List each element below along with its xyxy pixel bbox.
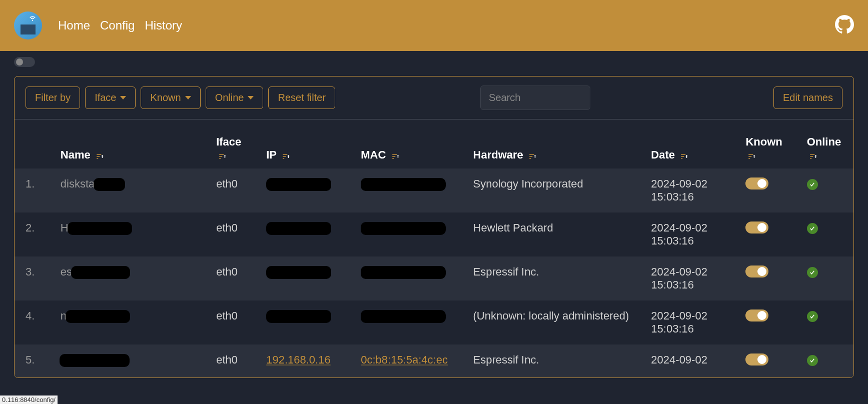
table-row: 2.Heth0Hewlett Packard2024-09-0215:03:16	[15, 212, 853, 256]
mac-link[interactable]	[361, 178, 446, 190]
filter-online-label: Online	[215, 92, 244, 104]
table-row: 5.eth0192.168.0.160c:b8:15:5a:4c:ecEspre…	[15, 344, 853, 378]
row-ip	[259, 300, 354, 344]
row-num: 5.	[15, 344, 54, 378]
caret-down-icon	[248, 96, 254, 100]
wifi-icon	[29, 14, 36, 23]
top-toggle[interactable]	[14, 57, 35, 67]
row-iface: eth0	[209, 344, 259, 378]
search-input[interactable]	[480, 86, 590, 110]
reset-filter-button[interactable]: Reset filter	[268, 86, 335, 109]
mac-link[interactable]	[361, 266, 446, 278]
filter-online-dropdown[interactable]: Online	[206, 86, 264, 109]
col-iface[interactable]: Iface	[209, 120, 259, 168]
col-date[interactable]: Date	[644, 120, 738, 168]
hosts-table: Name Iface IP	[15, 120, 853, 378]
row-num: 1.	[15, 168, 54, 212]
known-toggle[interactable]	[745, 354, 768, 366]
row-date: 2024-09-0215:03:16	[644, 256, 738, 300]
row-ip	[259, 168, 354, 212]
sort-icon	[747, 151, 756, 160]
row-mac	[354, 256, 466, 300]
table-row: 3.eseth0Espressif Inc.2024-09-0215:03:16	[15, 256, 853, 300]
row-date: 2024-09-02	[644, 344, 738, 378]
table-wrap[interactable]: Name Iface IP	[15, 120, 853, 378]
filter-known-label: Known	[150, 92, 181, 104]
app-header: Home Config History	[0, 0, 868, 51]
nav-history[interactable]: History	[145, 18, 182, 32]
known-toggle[interactable]	[745, 266, 768, 278]
ip-link[interactable]: 192.168.0.16	[266, 354, 330, 366]
row-name: disksta	[54, 168, 209, 212]
nav-home[interactable]: Home	[58, 18, 90, 32]
row-num: 4.	[15, 300, 54, 344]
sort-icon	[680, 151, 689, 160]
header-left: Home Config History	[14, 12, 182, 40]
row-hardware: Espressif Inc.	[466, 344, 644, 378]
ip-link[interactable]	[266, 178, 331, 190]
ip-link[interactable]	[266, 310, 331, 322]
nav-links: Home Config History	[58, 18, 182, 32]
sort-icon	[809, 151, 818, 160]
col-hardware[interactable]: Hardware	[466, 120, 644, 168]
known-toggle[interactable]	[745, 222, 768, 234]
caret-down-icon	[120, 96, 126, 100]
row-iface: eth0	[209, 212, 259, 256]
github-icon	[835, 15, 854, 34]
check-icon	[807, 179, 818, 190]
row-date: 2024-09-0215:03:16	[644, 300, 738, 344]
known-toggle[interactable]	[745, 310, 768, 322]
main-panel: Filter by Iface Known Online Reset filte…	[14, 76, 854, 378]
nav-config[interactable]: Config	[100, 18, 135, 32]
row-online	[800, 256, 853, 300]
sort-icon	[282, 151, 291, 160]
status-bar: 0.116:8840/config/	[0, 396, 58, 404]
ip-link[interactable]	[266, 222, 331, 234]
row-known	[738, 344, 799, 378]
sort-icon	[528, 151, 537, 160]
row-hardware: Synology Incorporated	[466, 168, 644, 212]
row-online	[800, 300, 853, 344]
row-mac: 0c:b8:15:5a:4c:ec	[354, 344, 466, 378]
mac-link[interactable]	[361, 222, 446, 234]
ip-link[interactable]	[266, 266, 331, 278]
row-num: 2.	[15, 212, 54, 256]
row-mac	[354, 300, 466, 344]
row-iface: eth0	[209, 168, 259, 212]
check-icon	[807, 311, 818, 322]
row-hardware: Hewlett Packard	[466, 212, 644, 256]
caret-down-icon	[185, 96, 191, 100]
row-num: 3.	[15, 256, 54, 300]
row-known	[738, 168, 799, 212]
sort-icon	[391, 151, 400, 160]
app-logo[interactable]	[14, 12, 42, 40]
row-ip: 192.168.0.16	[259, 344, 354, 378]
filter-known-dropdown[interactable]: Known	[141, 86, 200, 109]
row-mac	[354, 212, 466, 256]
toolbar: Filter by Iface Known Online Reset filte…	[15, 76, 853, 120]
col-known[interactable]: Known	[738, 120, 799, 168]
edit-names-button[interactable]: Edit names	[773, 86, 842, 109]
row-name	[54, 344, 209, 378]
mac-link[interactable]	[361, 310, 446, 322]
known-toggle[interactable]	[745, 178, 768, 190]
check-icon	[807, 267, 818, 278]
col-ip[interactable]: IP	[259, 120, 354, 168]
filter-iface-dropdown[interactable]: Iface	[85, 86, 136, 109]
row-name: n	[54, 300, 209, 344]
row-mac	[354, 168, 466, 212]
row-online	[800, 168, 853, 212]
col-online[interactable]: Online	[800, 120, 853, 168]
row-online	[800, 212, 853, 256]
row-date: 2024-09-0215:03:16	[644, 168, 738, 212]
col-mac[interactable]: MAC	[354, 120, 466, 168]
github-link[interactable]	[835, 15, 854, 36]
row-iface: eth0	[209, 300, 259, 344]
filter-by-label: Filter by	[26, 86, 80, 109]
table-row: 4.neth0(Unknown: locally administered)20…	[15, 300, 853, 344]
filter-iface-label: Iface	[95, 92, 116, 104]
mac-link[interactable]: 0c:b8:15:5a:4c:ec	[361, 354, 448, 366]
col-name[interactable]: Name	[54, 120, 209, 168]
sort-icon	[218, 151, 227, 160]
check-icon	[807, 355, 818, 366]
